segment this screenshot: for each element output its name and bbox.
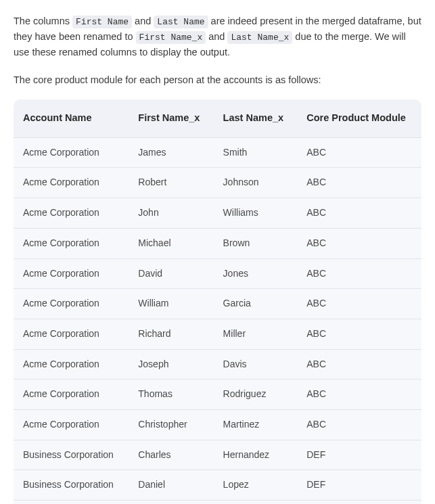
intro-paragraph: The columns First Name and Last Name are… (14, 14, 421, 60)
table-cell: Rodriguez (214, 380, 298, 410)
table-row: Acme CorporationJamesSmithABC (14, 137, 421, 168)
table-row: Acme CorporationChristopherMartinezABC (14, 409, 421, 440)
table-cell: Business Corporation (14, 440, 129, 470)
table-cell: Acme Corporation (14, 349, 129, 380)
table-cell: Hernandez (214, 440, 298, 470)
table-cell: ABC (297, 258, 421, 289)
table-cell: ABC (297, 198, 421, 229)
table-cell: Acme Corporation (14, 289, 129, 319)
table-cell: ABC (297, 289, 421, 319)
table-cell: Business Corporation (14, 470, 129, 501)
table-cell: DEF (297, 470, 421, 501)
table-row: Acme CorporationRichardMillerABC (14, 319, 421, 349)
table-cell: Johnson (214, 168, 298, 198)
table-cell: Daniel (129, 470, 213, 501)
table-cell: Smith (214, 137, 298, 168)
table-cell: Garcia (214, 289, 298, 319)
table-row: Business CorporationCharlesHernandezDEF (14, 440, 421, 470)
table-cell: DEF (297, 501, 421, 504)
table-row: Acme CorporationWilliamGarciaABC (14, 289, 421, 319)
table-cell: Jones (214, 258, 298, 289)
table-cell: Michael (129, 228, 213, 258)
table-cell: Brown (214, 228, 298, 258)
table-cell: Acme Corporation (14, 409, 129, 440)
table-cell: Acme Corporation (14, 258, 129, 289)
table-cell: Lopez (214, 470, 298, 501)
column-header: First Name_x (129, 99, 213, 137)
code-last-name: Last Name (154, 16, 208, 28)
intro-text: and (135, 16, 154, 26)
table-row: Acme CorporationDavidJonesABC (14, 258, 421, 289)
table-cell: Robert (129, 168, 213, 198)
table-cell: ABC (297, 168, 421, 198)
code-first-name-x: First Name_x (136, 31, 206, 44)
table-cell: Martinez (214, 409, 298, 440)
table-row: Acme CorporationJohnWilliamsABC (14, 198, 421, 229)
table-cell: Acme Corporation (14, 380, 129, 410)
table-cell: Joseph (129, 349, 213, 380)
table-cell: Matthew (129, 501, 213, 504)
table-row: Acme CorporationJosephDavisABC (14, 349, 421, 380)
table-cell: ABC (297, 380, 421, 410)
table-cell: Acme Corporation (14, 168, 129, 198)
table-cell: Acme Corporation (14, 228, 129, 258)
table-cell: Acme Corporation (14, 137, 129, 168)
table-cell: Charles (129, 440, 213, 470)
table-row: Business CorporationDanielLopezDEF (14, 470, 421, 501)
table-cell: Miller (214, 319, 298, 349)
table-cell: ABC (297, 319, 421, 349)
lead-paragraph: The core product module for each person … (14, 72, 421, 87)
intro-text: The columns (14, 16, 72, 26)
table-cell: Gonzalez (214, 501, 298, 504)
table-cell: Richard (129, 319, 213, 349)
table-cell: ABC (297, 137, 421, 168)
table-row: Acme CorporationMichaelBrownABC (14, 228, 421, 258)
table-cell: Davis (214, 349, 298, 380)
table-cell: ABC (297, 409, 421, 440)
table-cell: John (129, 198, 213, 229)
column-header: Account Name (14, 99, 129, 137)
code-last-name-x: Last Name_x (227, 31, 292, 44)
code-first-name: First Name (72, 16, 132, 28)
table-header: Account NameFirst Name_xLast Name_xCore … (14, 99, 421, 137)
table-cell: David (129, 258, 213, 289)
table-cell: Acme Corporation (14, 319, 129, 349)
table-cell: James (129, 137, 213, 168)
table-cell: Christopher (129, 409, 213, 440)
table-cell: William (129, 289, 213, 319)
table-body: Acme CorporationJamesSmithABCAcme Corpor… (14, 137, 421, 504)
table-cell: DEF (297, 440, 421, 470)
table-cell: ABC (297, 228, 421, 258)
table-cell: Acme Corporation (14, 198, 129, 229)
table-row: Business CorporationMatthewGonzalezDEF (14, 501, 421, 504)
table-cell: Williams (214, 198, 298, 229)
table-cell: Business Corporation (14, 501, 129, 504)
column-header: Last Name_x (214, 99, 298, 137)
intro-text: and (208, 31, 227, 42)
data-table: Account NameFirst Name_xLast Name_xCore … (14, 99, 421, 504)
table-cell: Thomas (129, 380, 213, 410)
table-cell: ABC (297, 349, 421, 380)
data-table-container: Account NameFirst Name_xLast Name_xCore … (14, 99, 421, 504)
table-row: Acme CorporationRobertJohnsonABC (14, 168, 421, 198)
column-header: Core Product Module (297, 99, 421, 137)
table-row: Acme CorporationThomasRodriguezABC (14, 380, 421, 410)
